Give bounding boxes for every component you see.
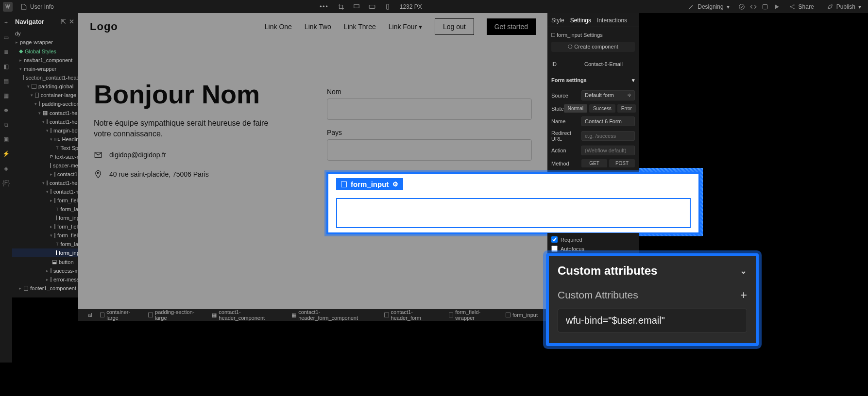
nav-link[interactable]: Link One [265, 23, 292, 31]
crop-icon[interactable] [338, 3, 344, 10]
nav-item[interactable]: section_contact1-header [12, 73, 78, 82]
webflow-logo-icon[interactable] [3, 2, 13, 12]
nav-item[interactable]: ▾contact1-header [12, 179, 78, 187]
create-component-button[interactable]: ⎔ Create component [551, 42, 635, 52]
apps-icon[interactable]: ▣ [2, 135, 10, 143]
check-icon[interactable] [738, 3, 745, 10]
nav-link-dropdown[interactable]: Link Four ▾ [389, 23, 422, 31]
publish-button[interactable]: Publish ▾ [823, 2, 865, 12]
source-select[interactable]: Default form ≑ [581, 90, 635, 100]
state-options[interactable]: Normal Success Error [564, 104, 636, 113]
add-attribute-button[interactable]: + [740, 288, 747, 302]
nom-input[interactable] [327, 99, 532, 120]
nav-item[interactable]: Tform_labe [12, 205, 78, 214]
crumb[interactable]: form_field-wrapper [449, 309, 498, 321]
tablet-landscape-icon[interactable] [369, 3, 375, 10]
page-selector[interactable]: User Info [17, 2, 58, 12]
play-icon[interactable] [773, 3, 780, 10]
email-input-selected[interactable] [336, 198, 691, 228]
components-icon[interactable]: ◧ [2, 63, 10, 70]
nav-item[interactable]: ▸error-message [12, 275, 78, 284]
nav-item[interactable]: ▾contact1-header [12, 117, 78, 126]
cms-icon[interactable]: ▤ [2, 77, 10, 85]
nav-item[interactable]: ⬓button [12, 257, 78, 266]
assets-icon[interactable]: ▦ [2, 92, 10, 99]
nav-link[interactable]: Link Two [305, 23, 331, 31]
nav-item[interactable]: ▾container-large [12, 91, 78, 99]
nav-item[interactable]: Tform_labe [12, 240, 78, 248]
nav-item[interactable]: ▾▦contact1-header_c... [12, 108, 78, 117]
logout-button[interactable]: Log out [435, 18, 474, 35]
nav-item[interactable]: TText Span [12, 144, 78, 152]
tab-style[interactable]: Style [551, 17, 564, 24]
nav-item[interactable]: ▸form_field-w [12, 222, 78, 231]
pages-icon[interactable]: ▭ [2, 33, 10, 41]
nav-item[interactable]: dy [12, 29, 78, 38]
nav-item[interactable]: ▾form_field-w [12, 231, 78, 240]
required-checkbox[interactable]: Required [551, 235, 635, 244]
autofocus-checkbox[interactable]: Autofocus [551, 244, 635, 253]
cube-icon[interactable]: ◈ [2, 165, 10, 172]
crumb[interactable]: container-large [100, 309, 141, 321]
viewport-width: 1232 PX [400, 3, 422, 10]
id-value[interactable]: Contact-6-Email [581, 60, 635, 68]
form-name-input[interactable]: Contact 6 Form [581, 116, 635, 126]
nav-item[interactable]: ▾margin-bottom [12, 126, 78, 135]
nav-item[interactable]: ▸success-mess [12, 266, 78, 275]
logic-icon[interactable]: ⚡ [2, 150, 10, 158]
nav-item[interactable]: ▾main-wrapper [12, 65, 78, 73]
ecommerce-icon[interactable]: ⧉ [2, 121, 10, 129]
variables-icon[interactable]: {F} [2, 179, 10, 187]
site-logo[interactable]: Logo [90, 20, 118, 33]
mode-selector[interactable]: Designing ▾ [684, 2, 733, 12]
nav-item[interactable]: ▸contact1-head [12, 170, 78, 179]
nav-item[interactable]: ◆Global Styles [12, 47, 78, 56]
share-button[interactable]: Share [785, 2, 818, 12]
navigator-pin-icon[interactable]: ⇱ [61, 18, 66, 25]
desktop-icon[interactable] [353, 3, 360, 10]
nav-item[interactable]: ▸navbar1_component [12, 56, 78, 65]
nav-item[interactable]: spacer-mediu [12, 161, 78, 170]
nav-item[interactable]: Ptext-size-med [12, 152, 78, 161]
nav-item[interactable]: ▾padding-section-large [12, 99, 78, 108]
pays-input[interactable] [327, 139, 532, 161]
method-options[interactable]: GET POST [581, 159, 635, 167]
custom-attributes-heading: Custom attributes [558, 264, 657, 278]
crumb[interactable]: ▦contact1-header_form_component [291, 309, 376, 321]
nav-item[interactable]: ▸form_field-w [12, 196, 78, 205]
crumb[interactable]: ▦contact1-header_component [212, 309, 284, 321]
redirect-input[interactable] [581, 131, 635, 141]
navigator-close-icon[interactable]: ✕ [69, 18, 74, 25]
gear-icon[interactable]: ⚙ [392, 181, 398, 188]
nav-item[interactable]: ▸footer1_component [12, 284, 78, 293]
action-input[interactable] [581, 146, 635, 155]
selection-tag[interactable]: form_input ⚙ [336, 178, 403, 190]
attribute-row[interactable]: wfu-bind="$user.email" [558, 309, 747, 332]
nav-item[interactable]: ▾H1Heading 1 [12, 135, 78, 144]
mobile-icon[interactable] [384, 3, 391, 10]
nav-item-selected[interactable]: form_inpu [12, 248, 78, 257]
pays-label: Pays [327, 129, 532, 136]
code-icon[interactable] [750, 3, 757, 10]
chevron-down-icon[interactable]: ⌄ [740, 265, 747, 276]
get-started-button[interactable]: Get started [487, 18, 536, 35]
export-icon[interactable] [762, 3, 768, 10]
form-settings-heading[interactable]: Form settings▾ [547, 73, 639, 85]
crumb[interactable]: padding-section-large [148, 309, 204, 321]
add-icon[interactable]: + [2, 19, 10, 27]
more-icon[interactable]: ••• [320, 3, 329, 10]
share-icon [789, 3, 796, 10]
tab-interactions[interactable]: Interactions [597, 17, 627, 24]
nav-item[interactable]: ▾contact1-head [12, 187, 78, 196]
users-icon[interactable]: ☻ [2, 106, 10, 114]
tab-settings[interactable]: Settings [570, 17, 591, 24]
crumb[interactable]: form_input [506, 312, 538, 318]
design-canvas[interactable]: Logo Link One Link Two Link Three Link F… [78, 13, 547, 309]
nav-link[interactable]: Link Three [344, 23, 376, 31]
nav-item[interactable]: form_inpu [12, 214, 78, 222]
crumb[interactable]: contact1-header_form [384, 309, 441, 321]
crumb[interactable]: al [88, 312, 92, 318]
nav-item[interactable]: ▾padding-global [12, 82, 78, 91]
navigator-icon[interactable]: ≣ [2, 48, 10, 56]
nav-item[interactable]: ▸page-wrapper [12, 38, 78, 47]
